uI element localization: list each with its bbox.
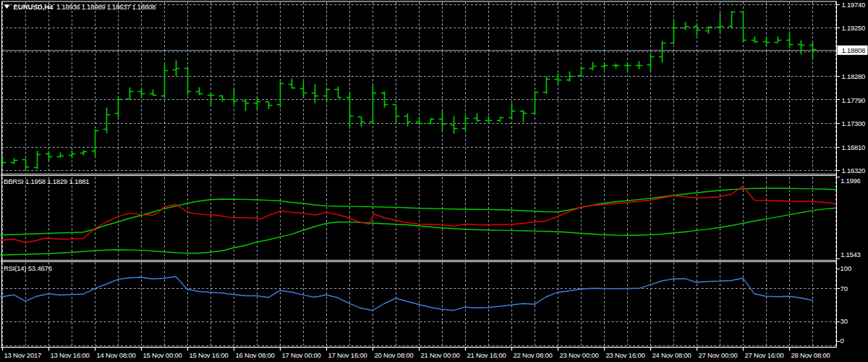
svg-text:15 Nov 16:00: 15 Nov 16:00 bbox=[190, 351, 229, 359]
svg-text:17 Nov 00:00: 17 Nov 00:00 bbox=[282, 351, 321, 359]
svg-text:21 Nov 00:00: 21 Nov 00:00 bbox=[421, 351, 460, 359]
svg-text:14 Nov 08:00: 14 Nov 08:00 bbox=[97, 351, 136, 359]
svg-text:17 Nov 16:00: 17 Nov 16:00 bbox=[328, 351, 367, 359]
svg-text:16 Nov 08:00: 16 Nov 08:00 bbox=[236, 351, 275, 359]
svg-text:1.18936 1.18989 1.18637 1.1880: 1.18936 1.18989 1.18637 1.18808 bbox=[56, 3, 156, 11]
svg-text:30: 30 bbox=[841, 317, 848, 325]
svg-text:1.16320: 1.16320 bbox=[842, 167, 865, 174]
svg-text:27 Nov 16:00: 27 Nov 16:00 bbox=[745, 351, 784, 359]
svg-text:RSI(14) 53.4676: RSI(14) 53.4676 bbox=[4, 264, 52, 272]
svg-text:1.1996: 1.1996 bbox=[841, 177, 860, 185]
svg-text:28 Nov 08:00: 28 Nov 08:00 bbox=[791, 351, 830, 359]
svg-text:1.1543: 1.1543 bbox=[841, 251, 860, 258]
svg-text:15 Nov 00:00: 15 Nov 00:00 bbox=[143, 351, 182, 359]
svg-text:1.16810: 1.16810 bbox=[842, 143, 865, 151]
svg-text:70: 70 bbox=[841, 285, 848, 292]
svg-text:1.18280: 1.18280 bbox=[842, 72, 865, 80]
svg-text:13 Nov 16:00: 13 Nov 16:00 bbox=[51, 351, 90, 359]
svg-text:27 Nov 00:00: 27 Nov 00:00 bbox=[699, 351, 738, 359]
svg-text:23 Nov 16:00: 23 Nov 16:00 bbox=[606, 351, 645, 359]
svg-text:24 Nov 08:00: 24 Nov 08:00 bbox=[652, 351, 692, 359]
svg-text:1.19740: 1.19740 bbox=[842, 1, 865, 9]
svg-text:1.17300: 1.17300 bbox=[842, 119, 865, 127]
svg-text:100: 100 bbox=[841, 264, 852, 272]
svg-text:1.17790: 1.17790 bbox=[842, 96, 865, 104]
svg-text:1.18808: 1.18808 bbox=[842, 46, 865, 54]
svg-text:0: 0 bbox=[841, 337, 844, 345]
svg-text:23 Nov 00:00: 23 Nov 00:00 bbox=[560, 351, 599, 359]
svg-text:20 Nov 08:00: 20 Nov 08:00 bbox=[375, 351, 414, 359]
svg-text:21 Nov 16:00: 21 Nov 16:00 bbox=[467, 351, 506, 359]
svg-text:EURUSD,H4: EURUSD,H4 bbox=[14, 3, 54, 11]
svg-text:22 Nov 08:00: 22 Nov 08:00 bbox=[514, 351, 553, 359]
svg-text:13 Nov 2017: 13 Nov 2017 bbox=[4, 351, 42, 359]
svg-text:BBRSI 1.1958 1.1829 1.1881: BBRSI 1.1958 1.1829 1.1881 bbox=[4, 177, 89, 185]
svg-text:1.19250: 1.19250 bbox=[842, 24, 865, 32]
